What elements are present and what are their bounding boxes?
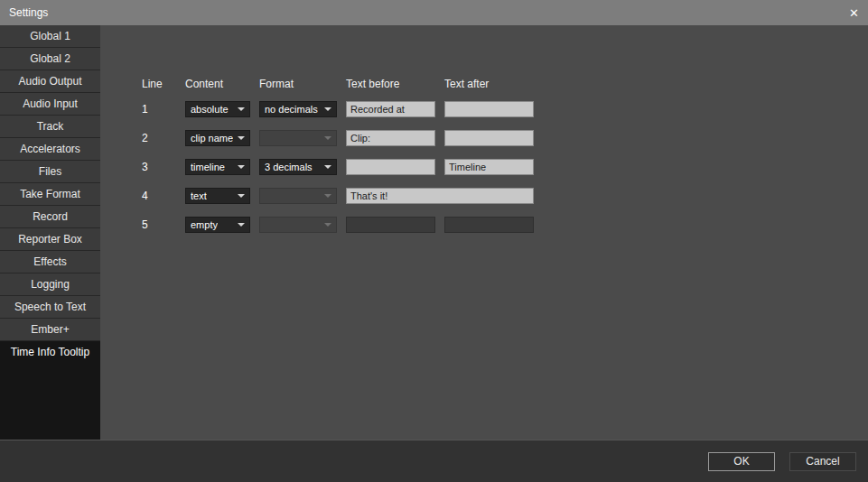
sidebar-item-audio-output[interactable]: Audio Output (0, 70, 100, 93)
table-row: 1absoluteno decimals (142, 101, 868, 117)
text-before-input[interactable] (346, 159, 435, 175)
chevron-down-icon (238, 107, 245, 111)
table-header-row: LineContentFormatText beforeText after (142, 76, 868, 92)
sidebar-item-files[interactable]: Files (0, 161, 100, 183)
format-dropdown[interactable] (259, 188, 337, 204)
close-icon[interactable]: ✕ (841, 6, 859, 20)
dialog-body: Global 1Global 2Audio OutputAudio InputT… (0, 25, 868, 440)
table-row: 4text (142, 188, 868, 204)
sidebar-item-ember[interactable]: Ember+ (0, 319, 100, 341)
dropdown-value: absolute (191, 104, 229, 115)
text-before-input[interactable] (346, 130, 435, 146)
sidebar-item-take-format[interactable]: Take Format (0, 183, 100, 206)
text-after-input (444, 217, 534, 233)
dropdown-value: text (191, 190, 207, 201)
sidebar-item-logging[interactable]: Logging (0, 273, 100, 296)
sidebar-item-reporter-box[interactable]: Reporter Box (0, 228, 100, 251)
content-dropdown[interactable]: absolute (185, 101, 250, 117)
sidebar-item-record[interactable]: Record (0, 206, 100, 228)
sidebar-item-time-info-tooltip[interactable]: Time Info Tooltip (0, 341, 100, 364)
window-title: Settings (9, 6, 48, 19)
settings-window: Settings ✕ Global 1Global 2Audio OutputA… (0, 0, 868, 482)
dropdown-value: no decimals (265, 104, 318, 115)
cancel-button[interactable]: Cancel (789, 452, 856, 471)
text-after-input[interactable] (444, 130, 534, 146)
ok-button[interactable]: OK (708, 452, 775, 471)
format-dropdown[interactable]: 3 decimals (259, 159, 337, 175)
column-header-content: Content (185, 78, 250, 90)
text-before-input (346, 217, 435, 233)
time-info-tooltip-panel: LineContentFormatText beforeText after 1… (100, 25, 868, 440)
content-dropdown[interactable]: clip name (185, 130, 250, 146)
footer: OK Cancel (0, 440, 868, 482)
chevron-down-icon (238, 136, 245, 140)
content-dropdown[interactable]: empty (185, 217, 250, 233)
sidebar-item-audio-input[interactable]: Audio Input (0, 93, 100, 116)
format-dropdown[interactable] (259, 130, 337, 146)
sidebar-item-track[interactable]: Track (0, 116, 100, 138)
chevron-down-icon (324, 136, 331, 140)
sidebar-item-effects[interactable]: Effects (0, 251, 100, 273)
table-row: 5empty (142, 217, 868, 233)
table-row: 3timeline3 decimals (142, 159, 868, 175)
text-after-input[interactable] (444, 101, 534, 117)
line-number: 4 (142, 190, 176, 202)
column-header-text-after: Text after (444, 78, 534, 90)
sidebar-item-speech-to-text[interactable]: Speech to Text (0, 296, 100, 319)
column-header-line: Line (142, 78, 176, 90)
chevron-down-icon (238, 223, 245, 227)
text-after-input[interactable] (444, 159, 534, 175)
line-number: 3 (142, 161, 176, 173)
text-span-input[interactable] (346, 188, 534, 204)
table-row: 2clip name (142, 130, 868, 146)
dropdown-value: clip name (191, 133, 233, 144)
dropdown-value: 3 decimals (265, 162, 313, 172)
chevron-down-icon (324, 194, 331, 198)
sidebar-item-global-1[interactable]: Global 1 (0, 25, 100, 48)
titlebar: Settings ✕ (0, 0, 868, 25)
settings-sidebar: Global 1Global 2Audio OutputAudio InputT… (0, 25, 100, 440)
content-dropdown[interactable]: timeline (185, 159, 250, 175)
chevron-down-icon (238, 165, 245, 169)
chevron-down-icon (324, 223, 331, 227)
column-header-text-before: Text before (346, 78, 435, 90)
format-dropdown[interactable]: no decimals (259, 101, 337, 117)
content-dropdown[interactable]: text (185, 188, 250, 204)
sidebar-item-accelerators[interactable]: Accelerators (0, 138, 100, 161)
sidebar-item-global-2[interactable]: Global 2 (0, 48, 100, 70)
format-dropdown[interactable] (259, 217, 337, 233)
column-header-format: Format (259, 78, 337, 90)
dropdown-value: timeline (191, 162, 225, 172)
chevron-down-icon (324, 165, 331, 169)
table-rows: 1absoluteno decimals2clip name3timeline3… (142, 101, 868, 233)
line-number: 1 (142, 103, 176, 116)
chevron-down-icon (238, 194, 245, 198)
line-number: 2 (142, 132, 176, 144)
dropdown-value: empty (191, 219, 218, 230)
text-before-input[interactable] (346, 101, 435, 117)
chevron-down-icon (324, 107, 331, 111)
line-number: 5 (142, 218, 176, 231)
